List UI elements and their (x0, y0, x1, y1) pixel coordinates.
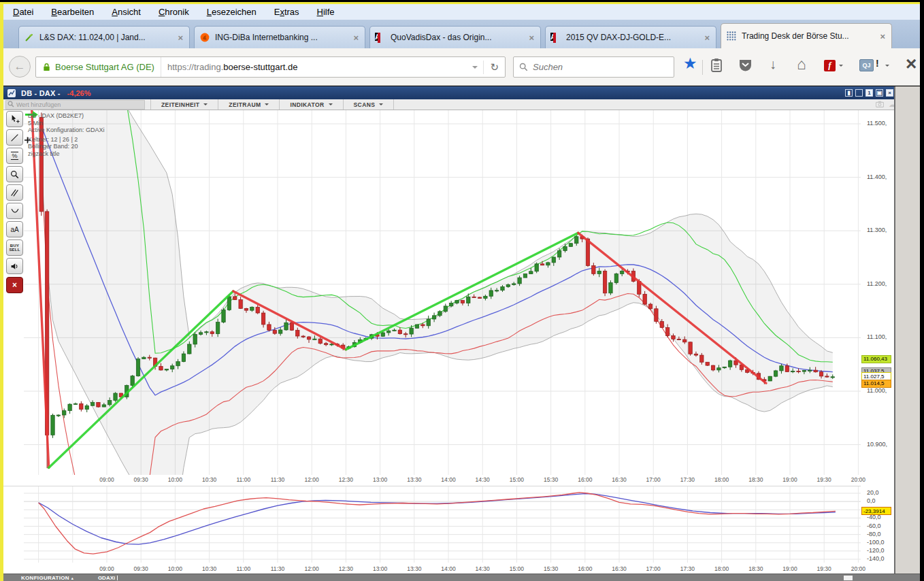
qj-dropdown-icon[interactable] (885, 65, 889, 69)
time-tick-label: 15:30 (544, 476, 559, 483)
price-axis: 11.500,11.400,11.300,11.200,11.100,11.00… (861, 110, 894, 574)
url-scheme: https://trading. (167, 62, 223, 72)
tab-close-button[interactable]: × (878, 31, 887, 42)
menu-extras[interactable]: Extras (274, 7, 299, 17)
main-price-chart[interactable]: 09:0009:3010:0010:3011:0011:3012:0012:30… (24, 110, 861, 486)
tab-close-button[interactable]: × (352, 33, 360, 43)
bookmark-star-icon[interactable]: ★ (683, 54, 697, 73)
menu-ansicht[interactable]: Ansicht (112, 7, 141, 17)
quovadis-a-icon: A (550, 32, 561, 43)
url-text[interactable]: https://trading.boerse-stuttgart.de (161, 62, 467, 72)
text-tool-button[interactable]: aA (6, 221, 23, 237)
window-button-panel[interactable]: ▮ (845, 89, 853, 97)
time-tick-label: 17:00 (646, 565, 661, 572)
back-button[interactable]: ← (9, 56, 31, 78)
ing-lion-icon (199, 32, 210, 43)
instrument-search-field[interactable] (5, 99, 145, 110)
time-tick-label: 16:30 (612, 476, 627, 483)
quovadis-a-glyph: A (375, 33, 380, 41)
camera-icon[interactable] (876, 101, 884, 107)
dot-grid-icon (726, 31, 737, 42)
tab-close-button[interactable]: × (703, 33, 711, 43)
indicator-tick-label: -80,0 (867, 531, 881, 537)
time-tick-label: 14:30 (476, 476, 491, 483)
pocket-icon[interactable] (738, 59, 753, 72)
search-input[interactable] (531, 61, 674, 73)
menu-bar: DateiBearbeitenAnsichtChronikLesezeichen… (3, 4, 920, 20)
site-identity[interactable]: Boerse Stuttgart AG (DE) (36, 57, 161, 77)
time-tick-label: 19:00 (782, 476, 797, 483)
statusbar-widget[interactable] (844, 576, 853, 580)
tab-title: Trading Desk der Börse Stu... (742, 31, 874, 41)
sound-tool-button[interactable] (6, 258, 23, 274)
indicator-tick-label: -120,0 (867, 547, 885, 554)
chevron-down-icon (265, 103, 269, 107)
indicator-tick-label: 0,0 (867, 497, 876, 504)
url-bar[interactable]: Boerse Stuttgart AG (DE) https://trading… (35, 56, 506, 78)
trendline-tool-button[interactable] (6, 129, 23, 146)
time-tick-label: 16:00 (578, 476, 593, 483)
toolbar-button-indikator[interactable]: INDIKATOR (280, 99, 343, 110)
app-status-bar: KONFIGURATION ▴ GDAXi (3, 574, 920, 581)
price-badge: 11.014,5 (861, 380, 891, 388)
buy-sell-tool-button[interactable]: BUY SELL (6, 239, 23, 256)
window-button-maximize[interactable] (855, 89, 863, 97)
time-tick-label: 15:30 (544, 565, 559, 572)
statusbar-symbol[interactable]: GDAXi (98, 575, 115, 581)
arc-icon (10, 207, 20, 216)
indicator-tick-label: 20,0 (867, 489, 879, 496)
menu-hilfe[interactable]: Hilfe (317, 7, 335, 17)
toolbar-button-label: SCANS (354, 101, 376, 108)
time-tick-label: 18:00 (714, 476, 729, 483)
toolbar-button-zeitraum[interactable]: ZEITRAUM (218, 99, 280, 110)
tab-close-button[interactable]: × (527, 33, 535, 43)
instrument-search-input[interactable] (5, 100, 145, 110)
urlbar-dropdown-icon[interactable] (472, 66, 478, 71)
time-tick-label: 09:30 (134, 476, 149, 483)
window-button-close[interactable]: × (886, 89, 893, 97)
tab-1[interactable]: L&S DAX: 11.024,00 | Jand...× (18, 26, 190, 48)
bookmarks-menu-icon[interactable] (710, 58, 723, 73)
tab-4[interactable]: A2015 QV DAX-DJ-GOLD-E...× (545, 26, 716, 48)
menu-bearbeiten[interactable]: Bearbeiten (51, 7, 94, 17)
toolbar-button-scans[interactable]: SCANS (344, 99, 395, 110)
menu-datei[interactable]: Datei (13, 7, 33, 17)
time-tick-label: 11:00 (236, 565, 250, 572)
menu-chronik[interactable]: Chronik (159, 7, 189, 17)
search-bar[interactable] (513, 56, 674, 78)
toolbar-button-label: INDIKATOR (290, 101, 324, 108)
time-tick-label: 10:30 (202, 476, 217, 483)
time-tick-label: 15:00 (510, 565, 525, 572)
time-tick-label: 14:30 (476, 565, 491, 572)
home-icon[interactable]: ⌂ (797, 55, 806, 73)
tab-close-button[interactable]: × (176, 33, 184, 43)
magnifier-icon (10, 170, 19, 179)
time-tick-label: 12:00 (305, 565, 320, 572)
qj-addon-icon[interactable]: QJ (859, 59, 874, 71)
downloads-icon[interactable]: ↓ (770, 56, 776, 72)
menu-lesezeichen[interactable]: Lesezeichen (207, 7, 257, 17)
page-background (895, 86, 920, 574)
konfiguration-button[interactable]: KONFIGURATION (21, 575, 69, 581)
indicator-chart[interactable]: 09:0009:3010:0010:3011:0011:3012:0012:30… (24, 486, 861, 574)
percent-tool-button[interactable]: % (6, 148, 23, 164)
window-button-workspace-1[interactable]: 1 (865, 89, 873, 97)
flash-plugin-icon[interactable]: f (824, 60, 836, 71)
time-tick-label: 13:30 (407, 476, 422, 483)
parallel-lines-tool-button[interactable] (6, 184, 23, 201)
delete-drawings-button[interactable]: × (6, 277, 23, 293)
window-button-restore[interactable]: ▣ (876, 89, 883, 97)
flash-dropdown-icon[interactable] (839, 65, 843, 69)
arc-tool-button[interactable] (6, 203, 23, 219)
tab-3[interactable]: AQuoVadisDax - das Origin...× (369, 26, 541, 48)
reload-button[interactable]: ↻ (484, 61, 505, 73)
close-addon-icon[interactable]: × (906, 53, 917, 75)
time-tick-label: 18:30 (748, 476, 763, 483)
tab-5[interactable]: Trading Desk der Börse Stu...× (721, 23, 892, 48)
zoom-tool-button[interactable] (6, 166, 23, 182)
time-tick-label: 12:30 (339, 565, 354, 572)
toolbar-button-zeiteinheit[interactable]: ZEITEINHEIT (150, 99, 218, 110)
pointer-tool-button[interactable] (6, 111, 23, 127)
price-tick-label: 11.000, (867, 387, 887, 394)
tab-2[interactable]: ING-DiBa Internetbanking ...× (194, 26, 365, 48)
